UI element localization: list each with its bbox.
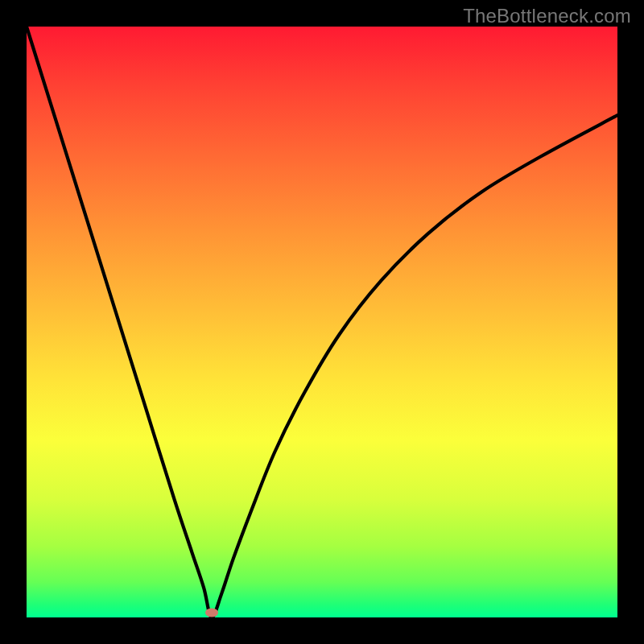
watermark-text: TheBottleneck.com <box>463 5 631 27</box>
bottleneck-curve <box>27 27 617 617</box>
minimum-marker <box>205 609 218 617</box>
plot-area <box>27 27 617 617</box>
chart-frame: TheBottleneck.com <box>0 0 644 644</box>
